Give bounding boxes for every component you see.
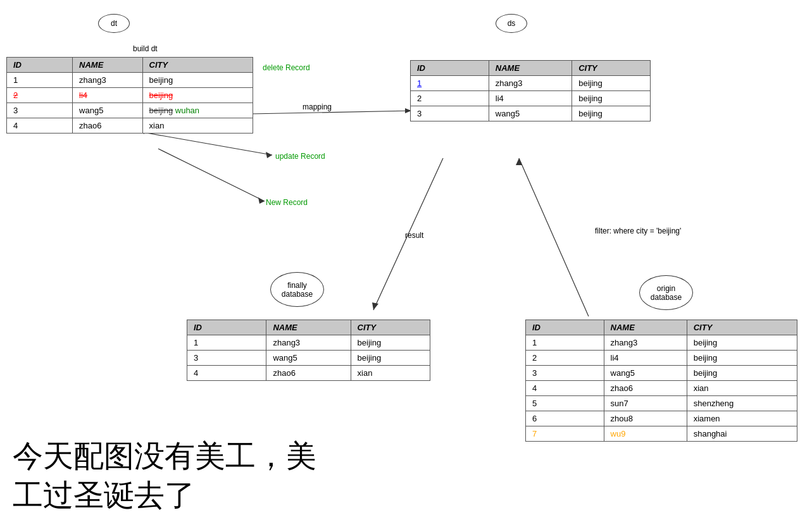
final-row-1: 1 zhang3 beijing	[187, 335, 430, 351]
dt-ellipse: dt	[98, 14, 130, 33]
origin-col-city: CITY	[687, 320, 797, 335]
final-col-id: ID	[187, 320, 266, 335]
delete-record-label: delete Record	[263, 63, 310, 72]
origin-row-7: 7 wu9 shanghai	[526, 426, 797, 442]
final-row-3: 3 wang5 beijing	[187, 351, 430, 366]
mapping-label: mapping	[303, 103, 332, 111]
dt-col-name: NAME	[73, 58, 142, 73]
update-record-label: update Record	[275, 152, 325, 161]
ds-row-2: 2 li4 beijing	[411, 91, 651, 106]
origin-row-6: 6 zhou8 xiamen	[526, 411, 797, 426]
dt-row-3: 3 wang5 beijing wuhan	[7, 103, 253, 118]
ds-table: ID NAME CITY 1 zhang3 beijing 2 li4 beij…	[410, 60, 651, 121]
ds-row-3: 3 wang5 beijing	[411, 106, 651, 121]
chinese-text: 今天配图没有美工，美 工过圣诞去了	[13, 437, 316, 516]
dt-col-city: CITY	[142, 58, 253, 73]
ds-col-city: CITY	[572, 61, 651, 76]
result-label: result	[405, 231, 423, 240]
origin-col-name: NAME	[604, 320, 687, 335]
dt-row-2: 2 li4 beijing	[7, 88, 253, 103]
final-row-4: 4 zhao6 xian	[187, 366, 430, 381]
final-col-city: CITY	[351, 320, 430, 335]
new-record-label: New Record	[266, 198, 308, 207]
build-dt-label: build dt	[133, 44, 158, 53]
svg-marker-5	[266, 152, 272, 158]
origin-row-3: 3 wang5 beijing	[526, 366, 797, 381]
dt-row-1: 1 zhang3 beijing	[7, 73, 253, 88]
ds-ellipse: ds	[496, 14, 527, 33]
svg-line-6	[158, 149, 265, 201]
origin-table: ID NAME CITY 1 zhang3 beijing 2 li4 beij…	[525, 320, 797, 442]
origin-row-2: 2 li4 beijing	[526, 351, 797, 366]
svg-marker-7	[258, 197, 265, 204]
page-container: dt build dt ds ID NAME CITY 1 zhang3 bei…	[0, 0, 812, 522]
origin-row-5: 5 sun7 shenzheng	[526, 396, 797, 411]
origin-row-4: 4 zhao6 xian	[526, 381, 797, 396]
ds-col-name: NAME	[489, 61, 572, 76]
dt-table: ID NAME CITY 1 zhang3 beijing 2 li4 beij…	[6, 57, 253, 134]
svg-line-4	[139, 132, 272, 155]
ds-col-id: ID	[411, 61, 489, 76]
svg-marker-9	[372, 302, 378, 310]
filter-label: filter: where city = 'beijing'	[595, 227, 681, 235]
origin-col-id: ID	[526, 320, 604, 335]
origin-row-1: 1 zhang3 beijing	[526, 335, 797, 351]
dt-row-4: 4 zhao6 xian	[7, 118, 253, 134]
final-table: ID NAME CITY 1 zhang3 beijing 3 wang5 be…	[187, 320, 430, 381]
ds-row-1: 1 zhang3 beijing	[411, 76, 651, 91]
svg-line-10	[519, 158, 589, 316]
svg-marker-11	[516, 158, 522, 165]
final-col-name: NAME	[266, 320, 351, 335]
origin-database-ellipse: origin database	[639, 275, 693, 310]
dt-col-id: ID	[7, 58, 73, 73]
finally-database-ellipse: finally database	[270, 272, 324, 307]
